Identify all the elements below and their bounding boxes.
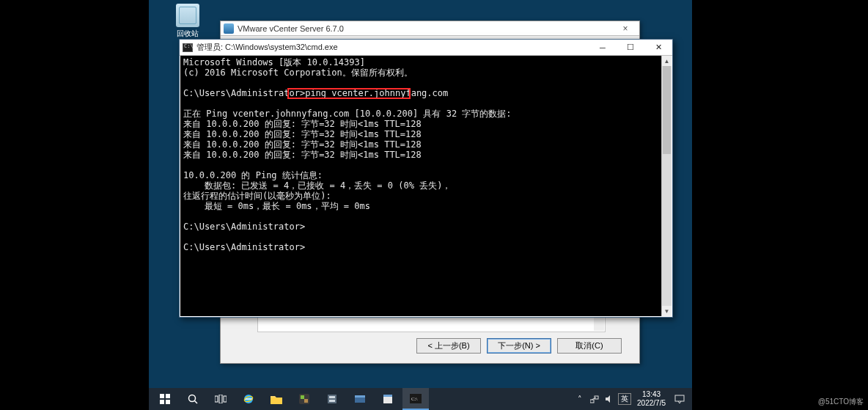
scrollbar-down-icon[interactable]: ▼ bbox=[662, 306, 672, 316]
tray-network-icon[interactable] bbox=[589, 393, 600, 405]
folder-icon bbox=[271, 395, 282, 404]
server-manager-icon bbox=[326, 393, 338, 405]
cmd-maximize-button[interactable]: ☐ bbox=[617, 40, 644, 56]
svg-rect-28 bbox=[675, 395, 684, 401]
scrollbar-up-icon[interactable]: ▲ bbox=[662, 56, 672, 66]
vcenter-title: VMware vCenter Server 6.7.0 bbox=[238, 24, 344, 33]
svg-rect-13 bbox=[301, 395, 304, 399]
cmd-output: Microsoft Windows [版本 10.0.14393] (c) 20… bbox=[180, 56, 661, 316]
svg-rect-6 bbox=[215, 396, 218, 402]
recycle-bin[interactable]: 回收站 bbox=[169, 4, 206, 39]
scrollbar-thumb[interactable] bbox=[663, 66, 671, 154]
svg-rect-2 bbox=[160, 400, 164, 404]
tray-volume-icon[interactable] bbox=[603, 393, 615, 405]
svg-marker-27 bbox=[606, 395, 610, 403]
vmware-icon bbox=[298, 393, 310, 405]
cmd-icon: C:\ bbox=[410, 394, 422, 403]
svg-rect-3 bbox=[166, 400, 170, 404]
cmd-ping-command: ping vcenter.johnnyfang.com bbox=[305, 88, 448, 98]
task-view-button[interactable] bbox=[207, 388, 234, 410]
svg-rect-0 bbox=[160, 394, 164, 398]
action-center-button[interactable] bbox=[672, 391, 688, 407]
clock-date: 2022/7/5 bbox=[637, 399, 666, 408]
taskbar-ie[interactable] bbox=[235, 388, 262, 410]
taskbar-server-manager[interactable] bbox=[319, 388, 345, 410]
start-button[interactable] bbox=[152, 388, 178, 410]
recycle-bin-icon bbox=[176, 4, 199, 27]
cmd-titlebar[interactable]: 管理员: C:\Windows\system32\cmd.exe ─ ☐ ✕ bbox=[180, 40, 672, 56]
cancel-button[interactable]: 取消(C) bbox=[557, 338, 622, 354]
svg-rect-7 bbox=[219, 395, 222, 403]
svg-rect-16 bbox=[329, 396, 335, 398]
vcenter-close-button[interactable]: × bbox=[614, 23, 636, 34]
cmd-scrollbar[interactable]: ▲ ▼ bbox=[661, 56, 672, 316]
back-button[interactable]: < 上一步(B) bbox=[416, 338, 481, 354]
vcenter-app-icon bbox=[224, 23, 234, 34]
vcenter-textarea-scrollbar[interactable] bbox=[594, 316, 604, 331]
svg-rect-11 bbox=[271, 398, 282, 404]
taskbar-installer[interactable] bbox=[375, 388, 401, 410]
cmd-window[interactable]: 管理员: C:\Windows\system32\cmd.exe ─ ☐ ✕ M… bbox=[179, 39, 673, 318]
clock-time: 13:43 bbox=[637, 390, 666, 399]
taskbar-vmware[interactable] bbox=[291, 388, 317, 410]
app-icon bbox=[354, 393, 366, 405]
taskbar-clock[interactable]: 13:43 2022/7/5 bbox=[634, 390, 669, 408]
svg-line-5 bbox=[195, 401, 198, 404]
svg-rect-17 bbox=[329, 400, 335, 402]
tray-chevron-icon[interactable]: ˄ bbox=[574, 393, 586, 405]
taskbar-search-button[interactable] bbox=[180, 388, 206, 410]
next-button[interactable]: 下一步(N) > bbox=[487, 338, 551, 354]
cmd-title: 管理员: C:\Windows\system32\cmd.exe bbox=[196, 42, 338, 53]
ie-icon bbox=[243, 393, 254, 405]
stage: 回收站 VMware vCenter Server 6.7.0 × < 上一步(… bbox=[0, 0, 868, 410]
svg-rect-14 bbox=[304, 399, 308, 403]
cmd-app-icon bbox=[183, 43, 193, 52]
search-icon bbox=[188, 394, 198, 404]
cmd-minimize-button[interactable]: ─ bbox=[589, 40, 617, 56]
svg-rect-21 bbox=[383, 395, 392, 397]
desktop[interactable]: 回收站 VMware vCenter Server 6.7.0 × < 上一步(… bbox=[149, 0, 692, 410]
recycle-bin-label: 回收站 bbox=[169, 29, 206, 39]
svg-text:C:\: C:\ bbox=[411, 396, 418, 402]
svg-rect-24 bbox=[590, 400, 594, 403]
cmd-close-button[interactable]: ✕ bbox=[644, 40, 672, 56]
windows-logo-icon bbox=[160, 394, 170, 404]
notification-icon bbox=[674, 394, 685, 404]
svg-rect-19 bbox=[355, 395, 365, 398]
taskbar[interactable]: C:\ ˄ 英 13:43 2022/7/5 bbox=[149, 388, 692, 410]
taskview-icon bbox=[215, 395, 227, 403]
svg-rect-1 bbox=[166, 394, 170, 398]
taskbar-cmd[interactable]: C:\ bbox=[402, 388, 429, 410]
installer-icon bbox=[382, 393, 394, 405]
taskbar-app-2[interactable] bbox=[347, 388, 373, 410]
taskbar-explorer[interactable] bbox=[263, 388, 290, 410]
svg-rect-15 bbox=[328, 395, 336, 403]
svg-rect-8 bbox=[224, 396, 227, 402]
svg-rect-25 bbox=[595, 396, 598, 399]
vcenter-button-row: < 上一步(B) 下一步(N) > 取消(C) bbox=[221, 335, 639, 356]
svg-point-4 bbox=[189, 395, 196, 402]
ime-indicator[interactable]: 英 bbox=[618, 393, 631, 405]
vcenter-titlebar[interactable]: VMware vCenter Server 6.7.0 × bbox=[221, 21, 639, 36]
system-tray[interactable]: ˄ 英 13:43 2022/7/5 bbox=[574, 390, 692, 408]
watermark: @51CTO博客 bbox=[818, 397, 864, 407]
cmd-terminal[interactable]: Microsoft Windows [版本 10.0.14393] (c) 20… bbox=[180, 56, 672, 316]
